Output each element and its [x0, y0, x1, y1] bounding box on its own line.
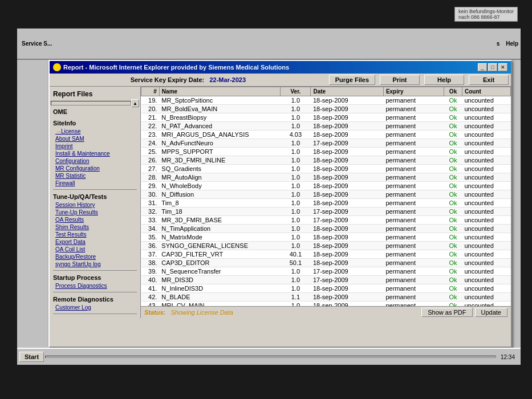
- table-row: 33. MR_3D_FMRI_BASE 1.0 17-sep-2009 perm…: [141, 216, 511, 225]
- cell-ver: 1.0: [281, 182, 311, 190]
- table-row: 34. N_TimApplication 1.0 18-sep-2009 per…: [141, 225, 511, 233]
- sidebar-link-tuneup-results[interactable]: Tune-Up Results: [53, 209, 137, 216]
- cell-count: uncounted: [462, 182, 510, 190]
- sidebar-link-qa-coil-list[interactable]: QA Coil List: [53, 246, 137, 253]
- sidebar-section-remote: Remote Diagnostics Customer Log: [50, 296, 140, 311]
- cell-expiry: permanent: [383, 242, 444, 250]
- show-pdf-button[interactable]: Show as PDF: [421, 308, 472, 317]
- sidebar-link-configuration[interactable]: Configuration: [53, 157, 137, 165]
- cell-name: N_PAT_Advanced: [159, 122, 280, 131]
- cell-expiry: permanent: [383, 173, 444, 182]
- sidebar-link-imprint[interactable]: Imprint: [53, 142, 137, 150]
- start-area[interactable]: Start: [19, 352, 44, 362]
- close-button[interactable]: ✕: [498, 63, 507, 71]
- update-button[interactable]: Update: [475, 308, 507, 317]
- sidebar-link-export-data[interactable]: Export Data: [53, 238, 137, 246]
- nav-home[interactable]: OME: [50, 107, 140, 116]
- cell-ok: Ok: [444, 190, 462, 199]
- cell-num: 27.: [141, 165, 160, 173]
- table-row: 30. N_Diffusion 1.0 18-sep-2009 permanen…: [141, 190, 511, 199]
- table-row: 31. Tim_8 1.0 18-sep-2009 permanent Ok u…: [141, 199, 511, 207]
- cell-ver: 1.0: [281, 105, 311, 113]
- sidebar-link-firewall[interactable]: Firewall: [53, 180, 137, 187]
- cell-num: 31.: [141, 199, 160, 207]
- sidebar-link-mr-config[interactable]: MR Configuration: [53, 165, 137, 172]
- purge-files-button[interactable]: Purge Files: [329, 75, 375, 85]
- cell-date: 18-sep-2009: [311, 259, 383, 267]
- sidebar-link-test-results[interactable]: Test Results: [53, 231, 137, 238]
- sidebar-section-startup: Startup Process Process Diagnostics: [50, 274, 140, 290]
- service-key-bar: Service Key Expiry Date: 22-Mar-2023 Pur…: [50, 74, 511, 87]
- divider-1: [53, 189, 137, 190]
- sidebar-link-mr-statistic[interactable]: MR Statistic: [53, 172, 137, 180]
- cell-expiry: permanent: [383, 233, 444, 242]
- sidebar-link-license[interactable]: →License: [53, 128, 137, 135]
- sidebar-link-startup-log[interactable]: syngo StartUp log: [53, 260, 137, 268]
- ie-icon: [53, 63, 61, 71]
- cell-date: 18-sep-2009: [311, 122, 383, 131]
- scroll-up-arrow[interactable]: ▲: [131, 99, 139, 107]
- maximize-button[interactable]: □: [488, 63, 497, 71]
- content-pane: # Name Ver. Date Expiry Ok Count: [141, 87, 511, 318]
- cell-num: 29.: [141, 182, 160, 190]
- cell-count: uncounted: [462, 122, 510, 131]
- cell-name: CAP3D_EDITOR: [159, 259, 280, 267]
- cell-ver: 1.0: [281, 276, 311, 284]
- cell-ok: Ok: [444, 173, 462, 182]
- cell-expiry: permanent: [383, 122, 444, 131]
- cell-expiry: permanent: [383, 156, 444, 165]
- cell-num: 39.: [141, 267, 160, 276]
- cell-num: 43.: [141, 302, 160, 307]
- sidebar-link-shim-results[interactable]: Shim Results: [53, 223, 137, 231]
- cell-ok: Ok: [444, 293, 462, 302]
- sidebar-link-about-sam[interactable]: About SAM: [53, 135, 137, 142]
- cell-count: uncounted: [462, 302, 510, 307]
- cell-count: uncounted: [462, 242, 510, 250]
- cell-ok: Ok: [444, 148, 462, 156]
- cell-name: MR_3D_FMRI_INLINE: [159, 156, 280, 165]
- cell-num: 20.: [141, 105, 160, 113]
- ie-address-bar: Service S...: [22, 40, 52, 47]
- cell-expiry: permanent: [383, 259, 444, 267]
- cell-num: 35.: [141, 233, 160, 242]
- sidebar-link-qa-results[interactable]: QA Results: [53, 216, 137, 223]
- cell-name: MRI_ARGUS_DSA_ANALYSIS: [159, 131, 280, 139]
- col-header-ok: Ok: [444, 87, 462, 96]
- sidebar-header: Report Files: [50, 89, 140, 99]
- cell-count: uncounted: [462, 250, 510, 259]
- sidebar: Report Files ▲ OME SiteInfo →License Abo…: [50, 87, 141, 318]
- help-button[interactable]: Help: [424, 75, 464, 85]
- table-row: 37. CAP3D_FILTER_VRT 40.1 18-sep-2009 pe…: [141, 250, 511, 259]
- sidebar-link-process-diagnostics[interactable]: Process Diagnostics: [53, 282, 137, 290]
- cell-date: 18-sep-2009: [311, 233, 383, 242]
- cell-count: uncounted: [462, 216, 510, 225]
- cell-count: uncounted: [462, 190, 510, 199]
- table-row: 19. MR_SptcoPsitionc 1.0 18-sep-2009 per…: [141, 96, 511, 105]
- table-row: 42. N_BLADE 1.1 18-sep-2009 permanent Ok…: [141, 293, 511, 302]
- print-button[interactable]: Print: [380, 75, 420, 85]
- cell-count: uncounted: [462, 199, 510, 207]
- sidebar-link-backup-restore[interactable]: Backup/Restore: [53, 253, 137, 260]
- sidebar-link-customer-log[interactable]: Customer Log: [53, 304, 137, 311]
- cell-name: N_Diffusion: [159, 190, 280, 199]
- taskbar-area: [45, 356, 496, 358]
- license-table: # Name Ver. Date Expiry Ok Count: [141, 87, 511, 306]
- exit-button[interactable]: Exit: [469, 75, 509, 85]
- cell-expiry: permanent: [383, 284, 444, 293]
- sidebar-link-install[interactable]: Install & Maintenance: [53, 150, 137, 157]
- sidebar-link-session-history[interactable]: Session History: [53, 201, 137, 209]
- cell-date: 18-sep-2009: [311, 113, 383, 122]
- cell-date: 18-sep-2009: [311, 156, 383, 165]
- tuneup-title: Tune-Up/QA/Tests: [53, 193, 137, 200]
- cell-ok: Ok: [444, 259, 462, 267]
- table-scroll-area[interactable]: # Name Ver. Date Expiry Ok Count: [141, 87, 511, 306]
- cell-date: 18-sep-2009: [311, 302, 383, 307]
- minimize-button[interactable]: _: [478, 63, 487, 71]
- cell-ver: 1.0: [281, 216, 311, 225]
- cell-num: 26.: [141, 156, 160, 165]
- sidebar-section-sysmgmt: System Management SysMgmt Diagnostics: [50, 317, 140, 318]
- system-management-title: System Management: [53, 317, 137, 318]
- cell-count: uncounted: [462, 165, 510, 173]
- cell-ver: 1.0: [281, 233, 311, 242]
- cell-count: uncounted: [462, 284, 510, 293]
